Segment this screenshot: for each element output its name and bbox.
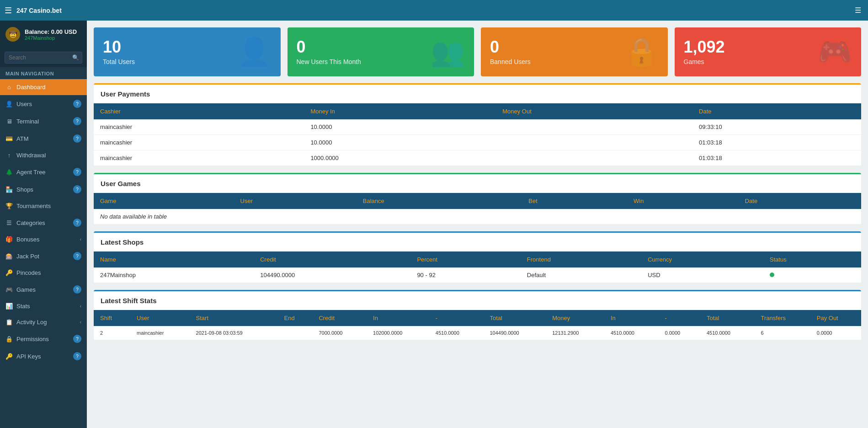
table-row: maincashier 1000.0000 01:03:18	[94, 150, 861, 166]
shift-user[interactable]: maincashier	[130, 326, 189, 340]
table-row: 247Mainshop 104490.0000 90 - 92 Default …	[94, 268, 861, 283]
sidebar-item-stats[interactable]: 📊 Stats ‹	[0, 298, 87, 314]
shift-money-minus: 0.0000	[659, 326, 700, 340]
sidebar-item-atm[interactable]: 💳 ATM ?	[0, 130, 87, 147]
atm-icon: 💳	[5, 135, 13, 142]
sidebar-item-bonuses[interactable]: 🎁 Bonuses ‹	[0, 231, 87, 247]
games-card-icon: 🎮	[818, 36, 852, 68]
col-currency: Currency	[641, 251, 763, 268]
sidebar-search-area: 🔍	[0, 48, 87, 67]
sidebar-item-tournaments[interactable]: 🏆 Tournaments	[0, 198, 87, 214]
col-user: User	[234, 193, 357, 209]
shop-name: 247Mainshop	[25, 35, 77, 41]
col-transfers: Transfers	[755, 310, 810, 326]
top-bar-right: ☰	[852, 4, 863, 17]
home-icon: ⌂	[5, 84, 13, 91]
sidebar-label-withdrawal: Withdrawal	[16, 152, 46, 159]
latest-shift-stats-section: Latest Shift Stats Shift User Start End …	[94, 290, 861, 340]
user-payments-table: Cashier Money In Money Out Date maincash…	[94, 103, 861, 166]
sidebar-label-api-keys: API Keys	[16, 353, 41, 360]
sidebar-item-pincodes[interactable]: 🔑 Pincodes	[0, 265, 87, 281]
total-users-icon: 👤	[237, 36, 272, 68]
payment-cashier-2[interactable]: maincashier	[94, 150, 304, 166]
avatar: 🤠	[5, 27, 20, 42]
col-money-in: In	[604, 310, 659, 326]
sidebar-item-shops[interactable]: 🏪 Shops ?	[0, 181, 87, 198]
col-shift-user: User	[130, 310, 189, 326]
col-in: In	[367, 310, 429, 326]
app-title-topbar: 247 Casino.bet	[16, 7, 62, 14]
search-input[interactable]	[5, 52, 82, 64]
total-users-number: 10	[103, 39, 135, 55]
payment-money-in-1: 10.0000	[304, 135, 496, 150]
col-total: Total	[483, 310, 546, 326]
latest-shops-section: Latest Shops Name Credit Percent Fronten…	[94, 231, 861, 283]
sidebar-item-api-keys[interactable]: 🔑 API Keys ?	[0, 348, 87, 365]
shift-total: 104490.0000	[483, 326, 546, 340]
col-balance: Balance	[357, 193, 522, 209]
payment-date-1: 01:03:18	[692, 135, 861, 150]
settings-icon[interactable]: ☰	[852, 4, 863, 17]
col-money-out: Money Out	[496, 103, 692, 119]
col-frontend: Frontend	[521, 251, 641, 268]
stat-card-games: 1,092 Games 🎮	[675, 27, 862, 76]
user-games-title: User Games	[94, 174, 861, 193]
banned-users-number: 0	[490, 39, 531, 55]
permissions-icon: 🔒	[5, 336, 13, 342]
sidebar-label-atm: ATM	[16, 135, 28, 142]
jackpot-badge: ?	[73, 252, 81, 260]
sidebar-item-categories[interactable]: ☰ Categories ?	[0, 214, 87, 231]
games-badge: ?	[73, 285, 81, 294]
sidebar-label-activity-log: Activity Log	[16, 319, 47, 326]
terminal-icon: 🖥	[5, 118, 13, 125]
games-icon: 🎮	[5, 286, 13, 293]
user-games-section: User Games Game User Balance Bet Win Dat…	[94, 173, 861, 225]
banned-users-label: Banned Users	[490, 58, 531, 65]
col-shop-name: Name	[94, 251, 254, 268]
payment-money-out-2	[496, 150, 692, 166]
col-start: Start	[190, 310, 278, 326]
sidebar-label-pincodes: Pincodes	[16, 269, 41, 276]
shop-status-0	[763, 268, 861, 283]
sidebar-item-activity-log[interactable]: 📋 Activity Log ‹	[0, 314, 87, 330]
shop-name-0[interactable]: 247Mainshop	[94, 268, 254, 283]
bonuses-icon: 🎁	[5, 236, 13, 243]
sidebar-item-jackpot[interactable]: 🎰 Jack Pot ?	[0, 247, 87, 265]
col-payout: Pay Out	[810, 310, 861, 326]
terminal-badge: ?	[73, 117, 81, 125]
search-icon: 🔍	[72, 54, 79, 61]
col-date: Date	[739, 193, 861, 209]
stat-card-banned-users: 0 Banned Users 🔒	[481, 27, 668, 76]
stats-icon: 📊	[5, 303, 13, 310]
sidebar-label-games: Games	[16, 286, 36, 293]
sidebar-item-agent-tree[interactable]: 🌲 Agent Tree ?	[0, 163, 87, 181]
withdrawal-icon: ↑	[5, 152, 13, 159]
new-users-label: New Users This Month	[297, 58, 361, 65]
col-end: End	[278, 310, 313, 326]
pincodes-icon: 🔑	[5, 269, 13, 276]
payment-cashier-0[interactable]: maincashier	[94, 119, 304, 135]
payment-money-out-0	[496, 119, 692, 135]
col-percent: Percent	[410, 251, 520, 268]
shop-credit-0: 104490.0000	[254, 268, 410, 283]
sidebar-item-terminal[interactable]: 🖥 Terminal ?	[0, 112, 87, 130]
users-icon: 👤	[5, 101, 13, 107]
sidebar-item-permissions[interactable]: 🔒 Permissions ?	[0, 330, 87, 348]
api-keys-icon: 🔑	[5, 353, 13, 360]
sidebar-label-bonuses: Bonuses	[16, 236, 40, 243]
table-row: maincashier 10.0000 01:03:18	[94, 135, 861, 150]
sidebar-item-dashboard[interactable]: ⌂ Dashboard	[0, 79, 87, 95]
sidebar-item-games[interactable]: 🎮 Games ?	[0, 281, 87, 298]
status-active-dot	[770, 273, 774, 277]
sidebar-brand-text: Balance: 0.00 USD 247Mainshop	[25, 28, 77, 41]
payment-cashier-1[interactable]: maincashier	[94, 135, 304, 150]
activity-log-arrow: ‹	[80, 320, 81, 325]
sidebar-item-withdrawal[interactable]: ↑ Withdrawal	[0, 147, 87, 163]
users-badge: ?	[73, 100, 81, 108]
sidebar-label-jackpot: Jack Pot	[16, 253, 39, 260]
bonuses-arrow: ‹	[80, 237, 81, 242]
hamburger-icon[interactable]: ☰	[5, 5, 12, 16]
sidebar-item-users[interactable]: 👤 Users ?	[0, 95, 87, 112]
shop-frontend-0: Default	[521, 268, 641, 283]
shift-num: 2	[94, 326, 130, 340]
